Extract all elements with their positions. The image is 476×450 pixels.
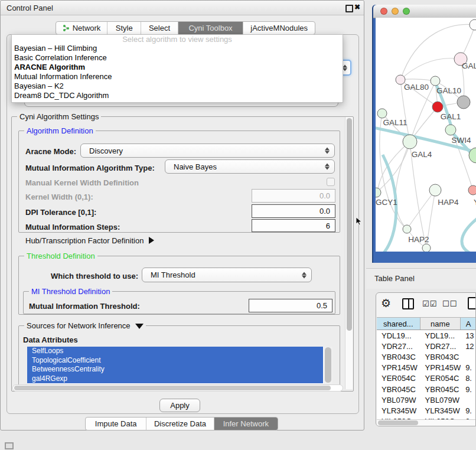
network-node-swi4[interactable] xyxy=(445,125,456,135)
network-node[interactable] xyxy=(470,19,476,30)
table-body: YDL19...YDL19...13YDR27...YDR27...12YBR0… xyxy=(377,330,476,419)
tab-style[interactable]: Style xyxy=(107,22,141,34)
network-canvas[interactable]: GALGAL80GAL10GAL1GAL11SWI4GAL4GCY1HAP4YH… xyxy=(376,18,476,252)
zoom-traffic-light-icon[interactable] xyxy=(403,8,410,15)
column-header-shared-[interactable]: shared... xyxy=(377,318,420,330)
algorithm-option-aracne-algorithm[interactable]: ARACNE Algorithm xyxy=(12,63,343,72)
table-row[interactable]: YLR345WYLR345W9. xyxy=(377,405,476,416)
table-cell: YLR345W xyxy=(377,406,420,415)
mi-type-combobox[interactable]: Naive Bayes xyxy=(165,159,335,174)
sources-group-title[interactable]: Sources for Network Inference xyxy=(24,321,146,330)
close-icon[interactable]: ✖ xyxy=(354,3,360,11)
cyni-bottom-tabs: Impute DataDiscretize DataInfer Network xyxy=(85,417,278,431)
attribute-item-betweennesscentrality[interactable]: BetweennessCentrality xyxy=(27,365,323,374)
deselect-all-icon[interactable]: ☐☐ xyxy=(442,299,457,308)
settings-vertical-scrollbar[interactable] xyxy=(345,117,353,389)
list-vertical-scrollbar[interactable] xyxy=(324,347,332,384)
table-cell: YBR043C xyxy=(420,353,461,361)
network-node-gal11[interactable] xyxy=(377,109,387,118)
table-horizontal-scrollbar[interactable] xyxy=(377,419,476,426)
mi-type-value: Naive Bayes xyxy=(174,162,217,171)
algorithm-option-mutual-information-inference[interactable]: Mutual Information Inference xyxy=(12,72,343,81)
tab-label: Cyni Toolbox xyxy=(188,24,232,32)
settings-horizontal-scrollbar[interactable] xyxy=(12,384,343,392)
network-edge[interactable] xyxy=(396,142,410,229)
algorithm-option-bayesian-k2[interactable]: Bayesian – K2 xyxy=(12,81,343,91)
tab-jactivemnodules[interactable]: jActiveMNodules xyxy=(243,22,315,34)
table-row[interactable]: YPR145WYPR145W9. xyxy=(377,363,476,373)
node-label-y: Y xyxy=(474,198,476,207)
network-edge[interactable] xyxy=(400,58,461,80)
aracne-mode-combobox[interactable]: Discovery xyxy=(80,144,335,158)
select-all-icon[interactable]: ☑☑ xyxy=(422,299,437,308)
network-node-hap4[interactable] xyxy=(429,184,441,196)
expand-arrow-icon xyxy=(149,237,154,244)
kernel-width-field[interactable]: 0.0 xyxy=(252,189,335,203)
table-row[interactable]: YDL19...YDL19...13 xyxy=(377,330,476,341)
node-label-gal: GAL xyxy=(462,61,476,70)
algorithm-option-bayesian-hill-climbing[interactable]: Bayesian – Hill Climbing xyxy=(12,44,343,53)
network-node[interactable] xyxy=(457,96,470,109)
column-header-a[interactable]: A xyxy=(461,318,476,330)
mi-threshold-group-title: MI Threshold Definition xyxy=(29,287,112,296)
table-row[interactable]: YER054CYER054C8. xyxy=(377,373,476,384)
threshold-definition-title: Threshold Definition xyxy=(24,252,97,260)
tab-discretize-data[interactable]: Discretize Data xyxy=(146,418,214,430)
gear-icon[interactable]: ⚙ xyxy=(381,296,391,310)
attribute-item-gal4rgexp[interactable]: gal4RGexp xyxy=(27,374,323,384)
mi-threshold-field[interactable]: 0.5 xyxy=(249,299,332,312)
table-cell: YER054C xyxy=(377,374,420,383)
mi-steps-field[interactable]: 6 xyxy=(252,219,335,232)
network-window-titlebar[interactable] xyxy=(373,5,476,18)
stepper-icon xyxy=(325,164,330,170)
tab-cyni-toolbox[interactable]: Cyni Toolbox xyxy=(178,22,244,34)
table-cell: YBR045C xyxy=(377,385,420,394)
network-edge[interactable] xyxy=(400,79,435,81)
aracne-mode-value: Discovery xyxy=(89,146,123,155)
network-node-gal10[interactable] xyxy=(431,76,440,86)
table-panel-title: Table Panel xyxy=(374,274,415,283)
docked-panel-icon[interactable] xyxy=(5,442,14,449)
close-traffic-light-icon[interactable] xyxy=(380,8,387,15)
table-cell: 9. xyxy=(461,385,476,394)
algorithm-option-dream8-dc-tdc-algorithm[interactable]: Dream8 DC_TDC Algorithm xyxy=(12,91,343,100)
apply-button[interactable]: Apply xyxy=(159,399,200,412)
algorithm-dropdown-popup: Select algorithm to view settings Bayesi… xyxy=(11,34,343,103)
mi-type-label: Mutual Information Algorithm Type: xyxy=(25,164,155,172)
which-threshold-combobox[interactable]: MI Threshold xyxy=(142,268,312,282)
manual-kernel-label: Manual Kernel Width Definition xyxy=(25,178,139,187)
tab-infer-network[interactable]: Infer Network xyxy=(214,418,278,430)
table-row[interactable]: YBL079WYBL079W xyxy=(377,394,476,405)
tab-network[interactable]: Network xyxy=(56,22,107,34)
network-node-hap2[interactable] xyxy=(403,225,411,233)
attribute-item-selfloops[interactable]: SelfLoops xyxy=(27,347,323,356)
manual-kernel-checkbox[interactable] xyxy=(327,178,335,186)
stepper-icon xyxy=(302,272,307,278)
network-node-y[interactable] xyxy=(468,185,476,195)
float-window-icon[interactable] xyxy=(345,5,353,12)
algorithm-option-basic-correlation-inference[interactable]: Basic Correlation Inference xyxy=(12,53,343,63)
data-attributes-list[interactable]: SelfLoopsTopologicalCoefficientBetweenne… xyxy=(27,347,332,384)
attribute-item-topologicalcoefficient[interactable]: TopologicalCoefficient xyxy=(27,356,323,366)
network-node[interactable] xyxy=(422,244,431,252)
minimize-traffic-light-icon[interactable] xyxy=(392,8,399,15)
network-node-gal1[interactable] xyxy=(432,102,443,112)
algorithm-dropdown-hint: Select algorithm to view settings xyxy=(12,35,343,44)
column-header-name[interactable]: name xyxy=(420,318,461,330)
file-icon[interactable] xyxy=(468,297,476,309)
table-row[interactable]: YBR043CYBR043C xyxy=(377,351,476,362)
tab-impute-data[interactable]: Impute Data xyxy=(86,418,146,430)
tab-label: Style xyxy=(116,24,133,32)
columns-icon[interactable] xyxy=(402,298,414,309)
dpi-tolerance-field[interactable]: 0.0 xyxy=(252,204,335,218)
tab-select[interactable]: Select xyxy=(141,22,178,34)
table-row[interactable]: YBR045CYBR045C9. xyxy=(377,384,476,394)
table-row[interactable]: YDR27...YDR27...12 xyxy=(377,341,476,351)
network-edge-thick[interactable] xyxy=(462,219,476,252)
hub-definition-expander[interactable]: Hub/Transcription Factor Definition xyxy=(25,236,154,245)
node-label-gcy1: GCY1 xyxy=(376,198,397,207)
network-icon xyxy=(63,24,70,32)
mi-threshold-label: Mutual Information Threshold: xyxy=(29,302,140,311)
network-node-gal4[interactable] xyxy=(403,135,417,149)
control-panel-titlebar: Control Panel ✖ xyxy=(1,1,364,15)
